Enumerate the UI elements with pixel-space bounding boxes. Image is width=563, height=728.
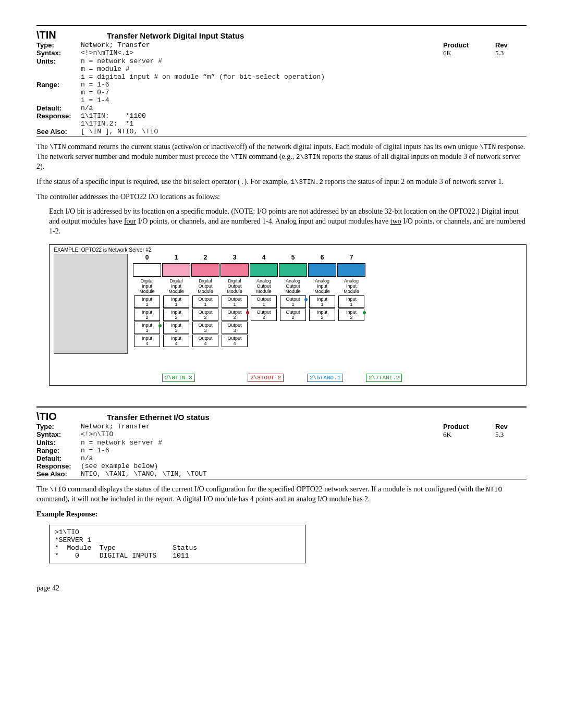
tio-units: n = network server # xyxy=(81,439,443,447)
tin-product: 6K xyxy=(443,49,495,57)
module-column: 0DigitalInputModuleInput1Input2Input3Inp… xyxy=(133,254,161,348)
tio-desc-p1: The \TIO command displays the status of … xyxy=(36,485,527,504)
label-units: Units: xyxy=(36,57,81,81)
tin-range: n = 1-6 m = 0-7 i = 1-4 xyxy=(81,81,443,104)
tin-cmd-title: Transfer Network Digital Input Status xyxy=(107,31,244,40)
tin-type: Network; Transfer xyxy=(81,41,443,49)
label-syntax: Syntax: xyxy=(36,49,81,57)
product-header: Product xyxy=(443,41,495,49)
rule-after-tio-spec xyxy=(36,479,527,479)
diagram-callout: 2\0TIN.3 xyxy=(162,374,195,382)
rule-top xyxy=(36,25,527,26)
tin-response: 1\1TIN: *1100 1\1TIN.2: *1 xyxy=(81,112,443,128)
tio-response: (see example below) xyxy=(81,462,443,470)
tin-desc-p2: If the status of a specific input is req… xyxy=(36,177,527,187)
diagram-callout: 2\5TANO.1 xyxy=(307,374,343,382)
opto22-diagram: EXAMPLE: OPTO22 is Network Server #2 0Di… xyxy=(49,244,527,386)
tio-range: n = 1-6 xyxy=(81,447,443,454)
rule-tio-top xyxy=(36,406,527,408)
tio-type: Network; Transfer xyxy=(81,423,443,430)
module-column: 6AnalogInputModuleInput1Input2 xyxy=(308,254,336,348)
module-column: 2DigitalOutputModuleOutput1Output2Output… xyxy=(191,254,219,348)
tin-header: \TIN Transfer Network Digital Input Stat… xyxy=(36,29,527,41)
label-range: Range: xyxy=(36,81,81,104)
module-column: 1DigitalInputModuleInput1Input2Input3Inp… xyxy=(162,254,190,348)
tin-seealso: [ \IN ], NTIO, \TIO xyxy=(81,128,443,135)
module-column: 4AnalogOutputModuleOutput1Output2 xyxy=(250,254,278,348)
server-rect xyxy=(54,254,128,354)
tin-desc-p1: The \TIN command returns the current sta… xyxy=(36,142,527,172)
example-response-head: Example Response: xyxy=(36,510,527,520)
tin-rev: 5.3 xyxy=(495,49,527,57)
tio-default: n/a xyxy=(81,454,443,462)
tio-header: \TIO Transfer Ethernet I/O status xyxy=(36,411,527,423)
tin-desc-p3: The controller addresses the OPTO22 I/O … xyxy=(36,192,527,202)
tin-desc-p4: Each I/O bit is addressed by its locatio… xyxy=(49,207,527,237)
diagram-callout: 2\3TOUT.2 xyxy=(248,374,284,382)
rule-after-spec xyxy=(36,137,527,137)
label-default: Default: xyxy=(36,104,81,112)
label-response: Response: xyxy=(36,112,81,128)
tin-cmd-name: \TIN xyxy=(36,29,107,41)
diagram-callout: 2\7TANI.2 xyxy=(366,374,402,382)
rev-header: Rev xyxy=(495,41,527,49)
tio-cmd-name: \TIO xyxy=(36,411,107,423)
module-column: 5AnalogOutputModuleOutput1Output2 xyxy=(279,254,307,348)
page-footer: page 42 xyxy=(36,584,527,593)
module-column: 3DigitalOutputModuleOutput1Output2Output… xyxy=(221,254,249,348)
label-type: Type: xyxy=(36,41,81,49)
label-seealso: See Also: xyxy=(36,128,81,135)
tin-spec-table: Type: Network; Transfer Product Rev Synt… xyxy=(36,41,527,135)
tio-syntax: <!>n\TIO xyxy=(81,430,443,439)
diagram-title: EXAMPLE: OPTO22 is Network Server #2 xyxy=(54,247,522,253)
module-column: 7AnalogInputModuleInput1Input2 xyxy=(337,254,365,348)
tio-spec-table: Type: Network; Transfer Product Rev Synt… xyxy=(36,423,527,478)
tin-default: n/a xyxy=(81,104,443,112)
example-response-box: >1\TIO *SERVER 1 * Module Type Status * … xyxy=(49,525,305,563)
tin-syntax: <!>n\mTIN<.i> xyxy=(81,49,443,57)
tio-seealso: NTIO, \TANI, \TANO, \TIN, \TOUT xyxy=(81,470,443,478)
tio-cmd-title: Transfer Ethernet I/O status xyxy=(107,413,210,422)
tin-units: n = network server # m = module # i = di… xyxy=(81,57,443,81)
